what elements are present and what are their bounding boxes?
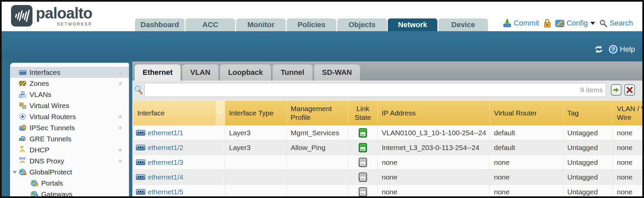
subtab-vlan[interactable]: VLAN — [182, 64, 218, 81]
green-arrow-icon — [613, 87, 620, 93]
sidebar-item-label: Virtual Routers — [29, 113, 76, 121]
column-header-link-state[interactable]: Link State — [348, 101, 378, 126]
search-button[interactable]: Search — [599, 19, 633, 28]
config-menu-button[interactable]: Config — [555, 19, 595, 28]
interface-link[interactable]: ethernet1/3 — [136, 158, 183, 166]
tag-cell: Untagged — [563, 155, 613, 169]
sidebar-item-label: DHCP — [29, 146, 50, 154]
virtual-router-cell: none — [490, 170, 563, 184]
interfaces-table: InterfaceInterface TypeManagement Profil… — [133, 101, 642, 196]
tag-cell: Untagged — [563, 126, 613, 140]
tab-network[interactable]: Network — [388, 18, 437, 31]
sidebar-item-globalprotect[interactable]: GlobalProtect — [10, 166, 129, 178]
table-row[interactable]: ethernet1/4nonenoneUntaggednone — [133, 170, 642, 185]
sort-indicator[interactable] — [216, 101, 225, 126]
sidebar-item-interfaces[interactable]: Interfaces — [10, 67, 129, 78]
ip-address-cell: VLAN0100_L3_10-1-100-254--24 — [378, 126, 490, 140]
vlan-virtual-wire-cell: none — [613, 126, 642, 140]
interface-link[interactable]: ethernet1/2 — [136, 144, 183, 152]
refresh-icon[interactable] — [594, 45, 604, 54]
search-icon — [599, 19, 607, 28]
table-header-row: InterfaceInterface TypeManagement Profil… — [133, 101, 642, 126]
status-dot — [119, 71, 122, 74]
help-button[interactable]: ? Help — [609, 45, 635, 54]
subtab-tunnel[interactable]: Tunnel — [273, 64, 312, 81]
sidebar-item-virtual-routers[interactable]: Virtual Routers — [10, 111, 129, 122]
subtab-ethernet[interactable]: Ethernet — [135, 64, 181, 81]
sidebar-item-label: Zones — [29, 80, 49, 88]
sidebar-item-label: GRE Tunnels — [29, 135, 71, 143]
app-window: paloalto NETWORKS® DashboardACCMonitorPo… — [0, 0, 644, 198]
clear-filter-button[interactable] — [624, 84, 635, 96]
filter-input[interactable] — [144, 83, 606, 97]
vlans-icon — [19, 91, 26, 98]
svg-text:?: ? — [612, 46, 615, 53]
sidebar-item-virtual-wires[interactable]: Virtual Wires — [10, 100, 129, 111]
interface-type-cell — [225, 155, 287, 169]
column-header-management-profile[interactable]: Management Profile — [287, 101, 348, 126]
sidebar-item-label: Portals — [41, 179, 63, 187]
tag-cell: Untagged — [563, 140, 613, 155]
sidebar-item-ipsec-tunnels[interactable]: IPSec Tunnels — [10, 122, 129, 133]
interface-link[interactable]: ethernet1/4 — [136, 173, 183, 181]
virtual-routers-icon — [19, 113, 26, 120]
subtab-sd-wan[interactable]: SD-WAN — [314, 64, 360, 81]
link-state-cell — [348, 155, 378, 169]
virtual-router-cell: none — [490, 185, 563, 196]
sidebar-item-portals[interactable]: Portals — [10, 178, 129, 189]
table-row[interactable]: ethernet1/1Layer3Mgmt_ServicesVLAN0100_L… — [133, 126, 642, 140]
column-header-interface[interactable]: Interface — [133, 101, 216, 126]
table-row[interactable]: ethernet1/5nonenoneUntaggednone — [133, 185, 642, 196]
expand-arrow-icon[interactable] — [12, 171, 17, 174]
commit-label: Commit — [514, 19, 539, 28]
config-label: Config — [567, 19, 588, 28]
ipsec-tunnels-icon — [19, 125, 26, 131]
subtab-loopback[interactable]: Loopback — [220, 64, 271, 81]
ip-address-cell: none — [378, 185, 490, 196]
teal-banner: ? Help — [2, 31, 642, 61]
sidebar-item-dns-proxy[interactable]: DNS Proxy — [10, 155, 129, 166]
status-dot — [119, 159, 122, 162]
status-dot — [119, 148, 122, 151]
column-header-interface-type[interactable]: Interface Type — [225, 101, 287, 126]
column-header-virtual-router[interactable]: Virtual Router — [490, 101, 563, 126]
table-row[interactable]: ethernet1/3nonenoneUntaggednone — [133, 155, 642, 170]
sidebar-item-gateways[interactable]: Gateways — [10, 189, 129, 196]
sidebar-item-gre-tunnels[interactable]: GRE Tunnels — [10, 133, 129, 144]
column-header-ip-address[interactable]: IP Address — [378, 101, 490, 126]
virtual-router-cell: none — [490, 155, 563, 169]
tab-objects[interactable]: Objects — [337, 18, 387, 31]
table-row[interactable]: ethernet1/2Layer3Allow_PingInternet_L3_2… — [133, 140, 642, 155]
column-header-tag[interactable]: Tag — [563, 101, 613, 126]
tab-monitor[interactable]: Monitor — [236, 18, 286, 31]
paloalto-logo-icon — [11, 5, 32, 27]
search-label: Search — [610, 19, 633, 28]
vlan-virtual-wire-cell: none — [613, 140, 642, 155]
tab-dashboard[interactable]: Dashboard — [135, 18, 185, 31]
interface-link[interactable]: ethernet1/1 — [136, 129, 183, 137]
tab-acc[interactable]: ACC — [186, 18, 235, 31]
commit-icon — [503, 19, 512, 28]
filter-search-icon — [134, 85, 143, 96]
tab-device[interactable]: Device — [438, 18, 488, 31]
help-icon: ? — [609, 45, 618, 54]
sidebar-item-zones[interactable]: Zones — [10, 78, 129, 89]
chevron-down-icon — [590, 22, 595, 25]
interface-link[interactable]: ethernet1/5 — [136, 188, 183, 196]
commit-button[interactable]: Commit — [503, 19, 539, 28]
sidebar-item-label: IPSec Tunnels — [29, 124, 75, 132]
link-state-down-icon — [359, 158, 367, 167]
sidebar-item-vlans[interactable]: VLANs — [10, 89, 129, 100]
main-content: EthernetVLANLoopbackTunnelSD-WAN 9 items — [132, 61, 642, 196]
main-tab-bar: DashboardACCMonitorPoliciesObjectsNetwor… — [135, 18, 488, 31]
sidebar-rail: InterfacesZonesVLANsVirtual WiresVirtual… — [2, 61, 132, 196]
tab-policies[interactable]: Policies — [287, 18, 336, 31]
zones-icon — [19, 80, 26, 87]
apply-filter-button[interactable] — [611, 84, 622, 96]
interface-type-tabs: EthernetVLANLoopbackTunnelSD-WAN — [135, 64, 360, 81]
lock-icon[interactable] — [543, 18, 551, 28]
sidebar-item-dhcp[interactable]: DHCP — [10, 144, 129, 155]
portals-icon — [31, 180, 38, 186]
interfaces-icon — [19, 69, 26, 76]
column-header-vlan-virtual-wire[interactable]: VLAN / Virtual Wire — [613, 101, 642, 126]
